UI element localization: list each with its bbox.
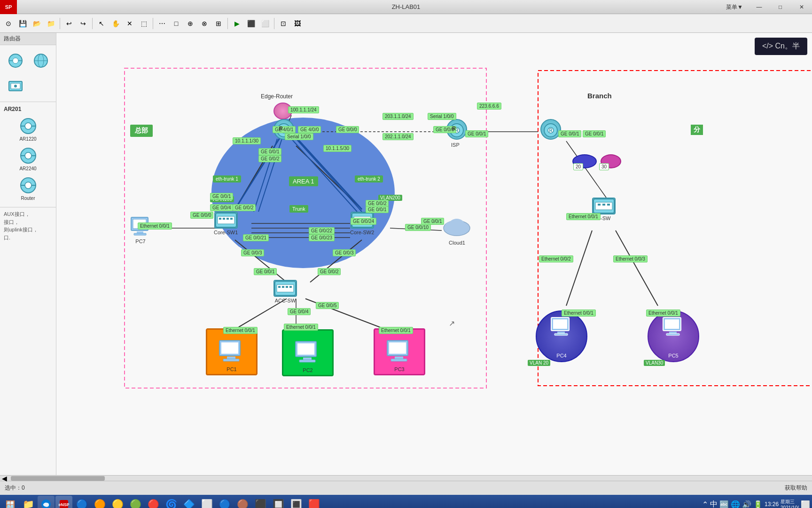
taskbar-icon-18[interactable]: 🟥 [305, 496, 322, 508]
mouse-cursor: ↗ [449, 319, 455, 328]
svg-text:R: R [549, 128, 553, 133]
selection-status: 选中：0 [5, 484, 25, 492]
stop-button[interactable]: ⬛ [244, 17, 258, 30]
eth001-bsw: Ethernet 0/0/1 [566, 213, 601, 220]
taskbar-icon-11[interactable]: 🔷 [180, 496, 197, 508]
vlan30-bottom: VLAN30 [644, 360, 665, 366]
taskbar-icon-5[interactable]: 🔵 [73, 496, 90, 508]
svg-rect-65 [218, 216, 234, 224]
canvas-area[interactable]: 总部 Branch 分 Edge-Router R R [56, 33, 812, 475]
undo-button[interactable]: ↩ [62, 17, 76, 30]
hq-zone-label: 总部 [130, 125, 153, 137]
selected-device-name: AR201 [4, 106, 52, 112]
hand-button[interactable]: ✋ [109, 17, 122, 30]
more-button[interactable]: ⋯ [156, 17, 169, 30]
help-status: 获取帮助 [785, 484, 807, 492]
taskbar-icon-7[interactable]: 🟡 [109, 496, 126, 508]
taskbar-icon-16[interactable]: 🔲 [270, 496, 287, 508]
maximize-button[interactable]: □ [770, 0, 791, 14]
taskbar-icon-10[interactable]: 🌀 [163, 496, 180, 508]
battery-icon[interactable]: 🔋 [753, 500, 763, 508]
pc4-area[interactable]: PC4 [536, 310, 587, 362]
pc5-area[interactable]: PC5 [648, 310, 699, 362]
taskbar-icon-9[interactable]: 🔴 [145, 496, 162, 508]
device-router[interactable]: Router [4, 174, 52, 203]
pc2-box[interactable]: PC2 [282, 329, 334, 376]
redo-button[interactable]: ↪ [77, 17, 90, 30]
taskbar-icon-17[interactable]: 🔳 [288, 496, 304, 508]
acc-sw[interactable]: ACC-SW [273, 280, 297, 303]
router-label: Router [21, 196, 35, 201]
keyboard-icon[interactable]: 中 [710, 500, 718, 508]
new-button[interactable]: ⊙ [2, 17, 15, 30]
run-button[interactable]: ▶ [230, 17, 243, 30]
svg-rect-95 [297, 343, 314, 355]
taskbar-icon-8[interactable]: 🟢 [127, 496, 144, 508]
taskbar-icon-15[interactable]: ⬛ [252, 496, 269, 508]
svg-rect-104 [557, 332, 565, 333]
up-arrow-icon[interactable]: ⌃ [702, 500, 708, 508]
ip-10-1: 10.1.1.1/30 [233, 137, 261, 144]
ge004-acc: GE 0/0/4 [288, 308, 311, 315]
ge001-r1: GE 0/0/1 [258, 148, 281, 155]
ge002-r1: GE 0/0/2 [258, 155, 281, 162]
ensp-taskbar[interactable]: eNSP [55, 496, 72, 508]
save-button[interactable]: 💾 [16, 17, 29, 30]
zoom-in-button[interactable]: ⊕ [184, 17, 197, 30]
clear-button[interactable]: ⬜ [258, 17, 272, 30]
menu-button[interactable]: 菜单▼ [720, 0, 749, 14]
close-button[interactable]: ✕ [791, 0, 812, 14]
view-button[interactable]: ⊡ [277, 17, 290, 30]
taskbar-icon-12[interactable]: ⬜ [198, 496, 215, 508]
taskbar-icon-6[interactable]: 🟠 [91, 496, 108, 508]
device-item-small-router[interactable] [4, 49, 27, 72]
taskbar-icon-14[interactable]: 🟤 [234, 496, 251, 508]
pc7-label: PC7 [135, 238, 145, 244]
grid-button[interactable]: ⊞ [212, 17, 225, 30]
scroll-left-btn[interactable]: ◀ [0, 475, 9, 482]
device-item-globe-router[interactable] [29, 49, 53, 72]
pc1-box[interactable]: PC1 [206, 328, 258, 375]
delete-button[interactable]: ✕ [123, 17, 136, 30]
horizontal-scrollbar[interactable]: ◀ [0, 475, 812, 481]
cloud1[interactable]: Cloud1 [442, 214, 472, 246]
zoom-out-button[interactable]: ⊗ [198, 17, 211, 30]
pc3-box[interactable]: PC3 [374, 328, 425, 375]
edge-icon[interactable] [38, 496, 55, 508]
scroll-thumb[interactable] [11, 476, 105, 481]
open-button[interactable]: 📂 [30, 17, 43, 30]
clock[interactable]: 13:26 [765, 501, 779, 508]
folder-button[interactable]: 📁 [44, 17, 57, 30]
frame-button[interactable]: ⬚ [137, 17, 150, 30]
svg-rect-103 [553, 319, 567, 329]
svg-text:eNSP: eNSP [59, 502, 69, 507]
cloud1-icon [442, 214, 472, 239]
device-ar1220[interactable]: AR1220 [4, 114, 52, 144]
taskbar-icon-13[interactable]: 🔵 [216, 496, 233, 508]
minimize-button[interactable]: — [749, 0, 770, 14]
start-button[interactable]: 🪟 [2, 496, 19, 508]
volume-icon[interactable]: 🔊 [742, 500, 751, 508]
ip-10-5: 10.1.1.5/30 [323, 145, 351, 152]
ge023: GE 0/0/23 [309, 234, 335, 241]
ime-icon[interactable]: 🔤 [719, 500, 729, 508]
ge003-acc-r: GE 0/0/3 [333, 249, 356, 256]
pc7[interactable]: PC7 [129, 215, 152, 244]
toolbar: ⊙ 💾 📂 📁 ↩ ↪ ↖ ✋ ✕ ⬚ ⋯ □ ⊕ ⊗ ⊞ ▶ ⬛ ⬜ ⊡ 🖼 [0, 14, 812, 33]
image-button[interactable]: 🖼 [291, 17, 304, 30]
ge001-isp: GE 0/0/1 [465, 130, 488, 137]
ge000-1: GE 0/0/0 [336, 126, 359, 133]
show-desktop-icon[interactable]: ⬜ [801, 500, 810, 508]
select-button[interactable]: ↖ [95, 17, 108, 30]
device-item-config-router[interactable] [4, 74, 27, 98]
svg-point-1 [13, 58, 18, 64]
core-sw1[interactable]: Core-SW1 [214, 212, 238, 235]
rect-button[interactable]: □ [170, 17, 183, 30]
ge000-sw1: GE 0/0/0 [190, 212, 213, 219]
network-icon[interactable]: 🌐 [731, 500, 740, 508]
ge005-acc: GE 0/0/5 [316, 302, 339, 309]
file-explorer-icon[interactable]: 📁 [20, 496, 37, 508]
network-lines [56, 33, 812, 475]
device-ar2240[interactable]: AR2240 [4, 144, 52, 174]
core-sw2-label: Core-SW2 [350, 230, 374, 235]
